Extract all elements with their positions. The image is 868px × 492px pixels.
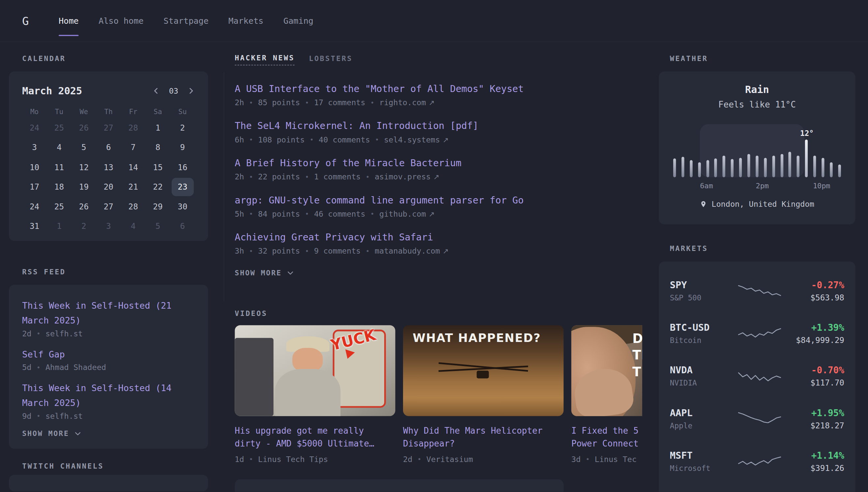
feed-tab-lobsters[interactable]: LOBSTERS bbox=[309, 54, 352, 65]
feed-tab-hacker-news[interactable]: HACKER NEWS bbox=[235, 54, 295, 65]
story-age: 6h bbox=[235, 135, 244, 144]
chevron-down-icon bbox=[74, 430, 81, 437]
calendar-day[interactable]: 21 bbox=[122, 177, 144, 196]
market-row-msft[interactable]: MSFTMicrosoft+1.14%$391.26 bbox=[670, 440, 844, 483]
weather-hour-bar bbox=[780, 154, 783, 177]
calendar-day[interactable]: 27 bbox=[98, 197, 120, 215]
market-row-spy[interactable]: SPYS&P 500-0.27%$563.98 bbox=[670, 269, 844, 312]
video-title[interactable]: His upgrade got me reallydirty - AMD $50… bbox=[235, 425, 395, 450]
calendar-day[interactable]: 22 bbox=[147, 177, 169, 196]
calendar-day[interactable]: 7 bbox=[122, 138, 144, 156]
weather-feels-like: Feels like 11°C bbox=[670, 100, 844, 109]
calendar-day[interactable]: 13 bbox=[98, 158, 120, 176]
calendar-day[interactable]: 28 bbox=[122, 119, 144, 137]
hn-story-title[interactable]: Achieving Great Privacy with Safari bbox=[235, 231, 642, 243]
calendar-day[interactable]: 6 bbox=[98, 138, 120, 156]
video-title[interactable]: Why Did The Mars HelicopterDisappear? bbox=[403, 425, 563, 450]
story-comments-link[interactable]: 40 comments bbox=[319, 135, 370, 144]
weather-time-label: 6am bbox=[700, 182, 713, 190]
hn-show-more-button[interactable]: SHOW MORE bbox=[235, 269, 294, 277]
story-comments-link[interactable]: 1 comments bbox=[314, 172, 361, 181]
calendar-day[interactable]: 31 bbox=[23, 217, 46, 235]
videos-section-title: VIDEOS bbox=[235, 309, 642, 317]
calendar-day[interactable]: 5 bbox=[147, 217, 169, 235]
calendar-day[interactable]: 18 bbox=[48, 177, 70, 196]
calendar-day[interactable]: 24 bbox=[23, 197, 46, 215]
calendar-day[interactable]: 8 bbox=[147, 138, 169, 156]
calendar-day[interactable]: 14 bbox=[122, 158, 144, 176]
story-comments-link[interactable]: 46 comments bbox=[314, 210, 365, 218]
calendar-day[interactable]: 10 bbox=[23, 158, 46, 176]
calendar-day[interactable]: 24 bbox=[23, 119, 46, 137]
calendar-day[interactable]: 26 bbox=[73, 119, 95, 137]
calendar-day[interactable]: 3 bbox=[98, 217, 120, 235]
nav-item-also-home[interactable]: Also home bbox=[99, 0, 144, 42]
rss-item-title[interactable]: This Week in Self-Hosted (14March 2025) bbox=[22, 380, 195, 411]
hn-story-title[interactable]: A USB Interface to the "Mother of All De… bbox=[235, 83, 642, 94]
calendar-day[interactable]: 26 bbox=[73, 197, 95, 215]
calendar-day[interactable]: 9 bbox=[172, 138, 193, 156]
calendar-day[interactable]: 1 bbox=[48, 217, 70, 235]
calendar-day[interactable]: 4 bbox=[122, 217, 144, 235]
market-row-nvda[interactable]: NVDANVIDIA-0.70%$117.70 bbox=[670, 354, 844, 397]
dashboard-page: G HomeAlso homeStartpageMarketsGaming CA… bbox=[0, 0, 868, 492]
calendar-day[interactable]: 16 bbox=[172, 158, 193, 176]
market-row-btc-usd[interactable]: BTC-USDBitcoin+1.39%$84,999.29 bbox=[670, 312, 844, 354]
video-title-line: Why Did The Mars Helicopter bbox=[403, 425, 563, 438]
rss-item-title[interactable]: This Week in Self-Hosted (21March 2025) bbox=[22, 298, 195, 328]
story-comments-link[interactable]: 17 comments bbox=[314, 98, 365, 107]
story-source-link[interactable]: asimov.press↗ bbox=[375, 172, 440, 181]
hn-story-title[interactable]: argp: GNU-style command line argument pa… bbox=[235, 195, 642, 206]
nav-item-home[interactable]: Home bbox=[59, 0, 79, 42]
calendar-day[interactable]: 1 bbox=[147, 119, 169, 137]
calendar-day[interactable]: 6 bbox=[172, 217, 193, 235]
location-pin-icon bbox=[700, 200, 707, 208]
chevron-right-icon bbox=[187, 87, 195, 95]
rss-item-title[interactable]: Self Gap bbox=[22, 347, 195, 362]
calendar-day[interactable]: 20 bbox=[98, 177, 120, 196]
calendar-day[interactable]: 15 bbox=[147, 158, 169, 176]
story-source-link[interactable]: github.com↗ bbox=[379, 210, 435, 218]
nav-item-markets[interactable]: Markets bbox=[228, 0, 263, 42]
hn-story-title[interactable]: The SeL4 Microkernel: An Introduction [p… bbox=[235, 120, 642, 131]
nav-item-startpage[interactable]: Startpage bbox=[163, 0, 209, 42]
weekday-label: Th bbox=[96, 107, 121, 116]
column-divider bbox=[224, 72, 225, 301]
calendar-day[interactable]: 25 bbox=[48, 197, 70, 215]
app-logo[interactable]: G bbox=[22, 14, 33, 27]
calendar-day-selected[interactable]: 23 bbox=[172, 177, 193, 196]
calendar-day[interactable]: 5 bbox=[73, 138, 95, 156]
story-comments-link[interactable]: 9 comments bbox=[314, 247, 361, 255]
story-domain: github.com bbox=[379, 210, 426, 218]
nav-item-gaming[interactable]: Gaming bbox=[283, 0, 313, 42]
calendar-day[interactable]: 4 bbox=[48, 138, 70, 156]
calendar-day[interactable]: 29 bbox=[147, 197, 169, 215]
calendar-day[interactable]: 27 bbox=[98, 119, 120, 137]
rss-show-more-button[interactable]: SHOW MORE bbox=[22, 429, 81, 438]
market-price: $391.26 bbox=[782, 463, 844, 472]
video-thumbnail[interactable]: WHAT HAPPENED? bbox=[403, 325, 563, 416]
story-source-link[interactable]: righto.com↗ bbox=[379, 98, 435, 107]
weather-section-title: WEATHER bbox=[670, 54, 856, 63]
video-title[interactable]: I Fixed the 5Power Connect bbox=[572, 425, 642, 450]
calendar-day[interactable]: 30 bbox=[172, 197, 193, 215]
calendar-day[interactable]: 3 bbox=[23, 138, 46, 156]
story-source-link[interactable]: matanabudy.com↗ bbox=[375, 247, 449, 255]
video-thumbnail[interactable]: YUCK bbox=[235, 325, 395, 416]
calendar-day[interactable]: 2 bbox=[73, 217, 95, 235]
calendar-day[interactable]: 11 bbox=[48, 158, 70, 176]
market-row-aapl[interactable]: AAPLApple+1.95%$218.27 bbox=[670, 397, 844, 440]
weather-hour-bar bbox=[739, 158, 742, 177]
calendar-prev-button[interactable] bbox=[152, 87, 160, 95]
calendar-day[interactable]: 28 bbox=[122, 197, 144, 215]
calendar-day[interactable]: 2 bbox=[172, 119, 193, 137]
calendar-day[interactable]: 19 bbox=[73, 177, 95, 196]
calendar-day[interactable]: 17 bbox=[23, 177, 46, 196]
calendar-day[interactable]: 12 bbox=[73, 158, 95, 176]
hn-story-title[interactable]: A Brief History of the Miracle Bacterium bbox=[235, 157, 642, 169]
story-source-link[interactable]: sel4.systems↗ bbox=[384, 135, 449, 144]
calendar-next-button[interactable] bbox=[187, 87, 195, 95]
weather-bar-row bbox=[670, 126, 844, 177]
calendar-day[interactable]: 25 bbox=[48, 119, 70, 137]
video-thumbnail[interactable]: DOTHT bbox=[572, 325, 642, 416]
